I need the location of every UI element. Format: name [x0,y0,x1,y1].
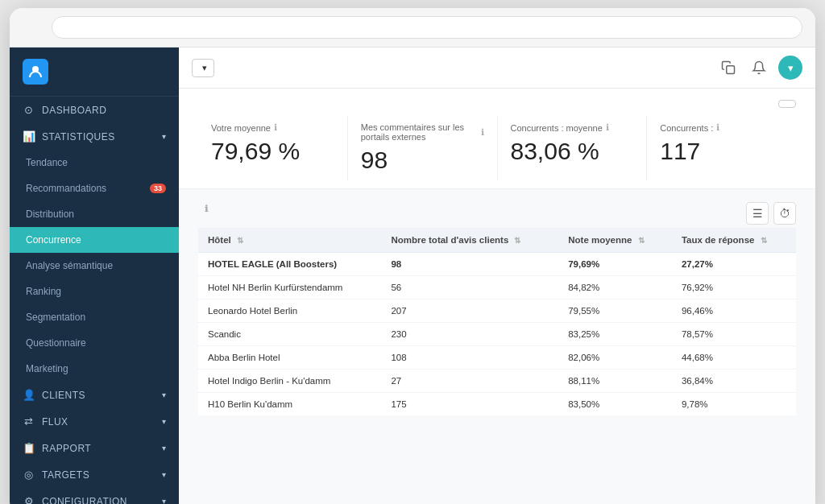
cell-note-0: 79,69% [558,253,672,276]
dashboard-icon: ⊙ [23,104,35,116]
chevron-down-icon: ▾ [162,417,166,426]
sidebar-item-tendance[interactable]: Tendance [10,150,179,176]
sort-icon: ⇅ [237,236,243,245]
cell-hotel-0: HOTEL EAGLE (All Boosters) [198,253,381,276]
sidebar-item-distribution[interactable]: Distribution [10,201,179,227]
metrics-bar: Votre moyenne ℹ 79,69 % Mes commentaires… [179,89,815,189]
chevron-down-icon: ▾ [162,470,166,479]
sidebar-item-recommandations[interactable]: Recommandations33 [10,176,179,201]
sidebar-item-dashboard[interactable]: ⊙DASHBOARD [10,97,179,123]
table-row: Hotel Indigo Berlin - Ku'damm2788,11%36,… [198,370,796,393]
sidebar-item-label: CLIENTS [42,390,85,401]
table-actions: ☰ ⏱ [746,202,796,225]
table-row: Hotel NH Berlin Kurfürstendamm5684,82%76… [198,276,796,300]
col-header-2[interactable]: Note moyenne ⇅ [558,228,672,253]
sidebar-item-analyse[interactable]: Analyse sémantique [10,253,179,279]
sidebar-nav: ⊙DASHBOARD📊STATISTIQUES▾TendanceRecomman… [10,97,179,504]
table-view-list-button[interactable]: ☰ [746,202,769,225]
metric-card-2: Concurrents : moyenne ℹ 83,06 % [498,116,648,180]
cell-avis-4: 108 [381,346,558,370]
chevron-down-icon: ▾ [162,497,166,504]
metric-label-1: Mes commentaires sur les portails extern… [361,122,484,142]
targets-icon: ◎ [23,469,35,481]
metric-label-0: Votre moyenne ℹ [211,122,334,133]
sidebar-item-label: Analyse sémantique [26,260,113,271]
metric-info-icon-0[interactable]: ℹ [274,122,277,133]
cell-taux-6: 9,78% [672,393,796,416]
sidebar-item-rapport[interactable]: 📋RAPPORT▾ [10,435,179,461]
metric-label-2: Concurrents : moyenne ℹ [511,122,634,133]
statistiques-icon: 📊 [23,130,35,143]
sidebar-item-marketing[interactable]: Marketing [10,356,179,382]
sidebar-item-configuration[interactable]: ⚙CONFIGURATION▾ [10,488,179,504]
cell-taux-1: 76,92% [672,276,796,300]
sidebar-item-clients[interactable]: 👤CLIENTS▾ [10,382,179,408]
sort-icon: ⇅ [514,236,520,245]
filtre-button[interactable] [778,100,796,108]
date-filter-row [198,100,796,108]
chevron-down-icon: ▾ [162,444,166,452]
cell-note-6: 83,50% [558,393,672,416]
cell-note-3: 83,25% [558,323,672,346]
metric-value-0: 79,69 % [211,138,334,165]
metric-label-3: Concurrents : ℹ [660,122,783,133]
metric-card-0: Votre moyenne ℹ 79,69 % [198,116,348,180]
sidebar-item-ranking[interactable]: Ranking [10,279,179,304]
cell-note-1: 84,82% [558,276,672,300]
sidebar-item-questionnaire[interactable]: Questionnaire [10,330,179,356]
col-header-3[interactable]: Taux de réponse ⇅ [672,228,796,253]
table-row: H10 Berlin Ku'damm17583,50%9,78% [198,393,796,416]
sidebar-item-statistiques[interactable]: 📊STATISTIQUES▾ [10,123,179,150]
bell-icon[interactable] [748,56,770,79]
cell-hotel-5: Hotel Indigo Berlin - Ku'damm [198,370,381,393]
metric-value-1: 98 [361,147,484,174]
cell-avis-3: 230 [381,323,558,346]
sidebar-item-label: Recommandations [26,183,106,194]
flux-icon: ⇄ [23,415,35,428]
table-section: ℹ ☰ ⏱ Hôtel ⇅Nombre total d'avis clients… [179,189,815,504]
sidebar: ⊙DASHBOARD📊STATISTIQUES▾TendanceRecomman… [10,48,179,504]
cell-avis-0: 98 [381,253,558,276]
col-header-1[interactable]: Nombre total d'avis clients ⇅ [381,228,558,253]
table-view-chart-button[interactable]: ⏱ [773,202,796,225]
clients-icon: 👤 [23,389,35,401]
sort-icon: ⇅ [761,236,767,245]
metrics-row: Votre moyenne ℹ 79,69 % Mes commentaires… [198,116,796,180]
metric-info-icon-3[interactable]: ℹ [716,122,719,133]
table-row: Leonardo Hotel Berlin20779,55%96,46% [198,300,796,323]
hotel-select[interactable]: ▾ [192,59,214,77]
sidebar-item-label: Ranking [26,286,61,297]
sidebar-item-label: Tendance [26,157,68,168]
sidebar-item-concurrence[interactable]: Concurrence [10,227,179,253]
table-row: Scandic23083,25%78,57% [198,323,796,346]
metric-info-icon-2[interactable]: ℹ [606,122,609,133]
cell-note-4: 82,06% [558,346,672,370]
sidebar-item-flux[interactable]: ⇄FLUX▾ [10,408,179,435]
logo-area [10,48,179,97]
back-button[interactable] [23,26,31,29]
table-row: HOTEL EAGLE (All Boosters)9879,69%27,27% [198,253,796,276]
table-info-icon: ℹ [205,204,208,213]
sidebar-item-label: FLUX [42,416,68,428]
browser-frame: ⊙DASHBOARD📊STATISTIQUES▾TendanceRecomman… [10,8,815,504]
metric-value-2: 83,06 % [511,138,634,165]
forward-button[interactable] [37,26,45,29]
user-avatar-button[interactable]: ▾ [778,56,802,80]
app-layout: ⊙DASHBOARD📊STATISTIQUES▾TendanceRecomman… [10,48,815,504]
copy-icon[interactable] [717,56,740,79]
sidebar-item-label: TARGETS [42,469,89,481]
header-icons: ▾ [717,56,802,80]
metric-info-icon-1[interactable]: ℹ [481,127,484,138]
table-row: Abba Berlin Hotel10882,06%44,68% [198,346,796,370]
sidebar-badge: 33 [150,184,166,193]
sidebar-item-label: Questionnaire [26,337,86,349]
metric-card-3: Concurrents : ℹ 117 [647,116,796,180]
sidebar-item-segmentation[interactable]: Segmentation [10,304,179,330]
table-title-block: ℹ [198,202,208,222]
address-bar[interactable] [52,16,802,39]
cell-taux-2: 96,46% [672,300,796,323]
sidebar-item-targets[interactable]: ◎TARGETS▾ [10,461,179,488]
sidebar-item-label: Segmentation [26,312,85,323]
dropdown-icon: ▾ [202,63,207,73]
col-header-0[interactable]: Hôtel ⇅ [198,228,381,253]
